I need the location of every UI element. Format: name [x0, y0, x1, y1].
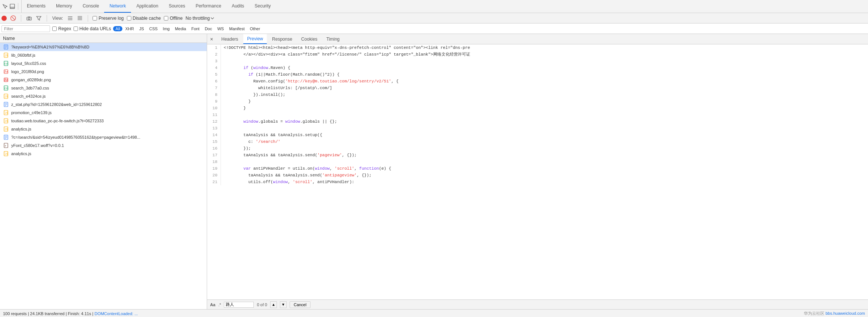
detail-tab-response[interactable]: Response: [268, 34, 296, 44]
js-icon: JS: [3, 151, 9, 157]
code-line: 8 }).install();: [207, 91, 868, 98]
file-name: logo_201f80d.png: [11, 69, 44, 74]
camera-button[interactable]: [26, 15, 32, 22]
tab-network[interactable]: Network: [104, 0, 131, 13]
file-name: yFont_c580e17.woff?v=0.0.1: [11, 143, 64, 148]
tab-sources[interactable]: Sources: [163, 0, 190, 13]
filter-type-doc[interactable]: Doc: [203, 26, 215, 31]
status-summary: 100 requests | 24.1KB transferred | Fini…: [3, 311, 138, 316]
filter-type-all[interactable]: All: [113, 26, 122, 31]
tab-elements[interactable]: Elements: [22, 0, 51, 13]
list-item[interactable]: JSsearch_e4324ce.js: [0, 92, 207, 100]
tab-security[interactable]: Security: [249, 0, 276, 13]
code-table: 1<!DOCTYPE html><html><head><meta http-e…: [207, 44, 868, 185]
view-list-button[interactable]: [67, 15, 74, 22]
site-url[interactable]: bbs.huaweicloud.com: [825, 311, 865, 316]
js-icon: JS: [3, 93, 9, 99]
cancel-button[interactable]: Cancel: [290, 301, 310, 308]
throttle-dropdown[interactable]: No throttling: [185, 16, 214, 21]
chevron-down-icon: [210, 17, 214, 19]
view-grid-button[interactable]: [77, 15, 83, 22]
list-item[interactable]: JSanalytics.js: [0, 125, 207, 133]
dock-icon[interactable]: [9, 3, 16, 10]
search-input[interactable]: [224, 302, 254, 308]
list-item[interactable]: ?c=/search/&sid=54izyeud01498576055162&t…: [0, 133, 207, 141]
hide-data-urls-checkbox[interactable]: [74, 26, 78, 31]
code-line: 7 whitelistUrls: [/pstatp\.com/]: [207, 85, 868, 91]
code-line: 14 taAnalysis && taAnalysis.setup({: [207, 132, 868, 138]
dot-star-label: .*: [218, 302, 221, 307]
detail-tab-timing[interactable]: Timing: [322, 34, 343, 44]
filter-button[interactable]: [35, 15, 42, 22]
cursor-icon[interactable]: [1, 3, 8, 10]
svg-point-23: [5, 79, 6, 79]
file-name: promotion_c49e139.js: [11, 110, 51, 115]
code-line: 18: [207, 158, 868, 165]
regex-checkbox[interactable]: [52, 26, 57, 31]
list-item[interactable]: logo_201f80d.png: [0, 68, 207, 76]
list-item[interactable]: JSlib_060bfbf.js: [0, 51, 207, 59]
list-item[interactable]: CSSlayout_5fcc025.css: [0, 59, 207, 68]
filter-type-xhr[interactable]: XHR: [123, 26, 136, 31]
js-icon: JS: [3, 118, 9, 124]
list-item[interactable]: gongan_d0289dc.png: [0, 76, 207, 84]
filter-type-manifest[interactable]: Manifest: [227, 26, 247, 31]
close-button[interactable]: ×: [209, 36, 215, 42]
code-line: 5 if (1||Math.floor(Math.random()*2)) {: [207, 71, 868, 78]
preserve-log-label[interactable]: Preserve log: [93, 16, 124, 21]
code-line: 20 taAnalysis && taAnalysis.send('antipa…: [207, 172, 868, 179]
code-line: 12 window.globals = window.globals || {}…: [207, 118, 868, 125]
list-item[interactable]: JSpromotion_c49e139.js: [0, 109, 207, 117]
tab-memory[interactable]: Memory: [51, 0, 77, 13]
filter-type-font[interactable]: Font: [189, 26, 202, 31]
offline-checkbox[interactable]: [164, 16, 168, 21]
clear-button[interactable]: 🚫: [10, 15, 16, 22]
code-line: 15 c: '/search/': [207, 138, 868, 145]
preserve-log-checkbox[interactable]: [93, 16, 97, 21]
offline-label[interactable]: Offline: [164, 16, 182, 21]
tab-audits[interactable]: Audits: [227, 0, 249, 13]
tab-performance[interactable]: Performance: [190, 0, 227, 13]
filter-input[interactable]: [1, 25, 50, 32]
code-line: 2 </a></div><div><a class="fitem" href="…: [207, 51, 868, 58]
filter-type-img[interactable]: Img: [160, 26, 172, 31]
filter-type-other[interactable]: Other: [248, 26, 263, 31]
svg-text:JS: JS: [5, 120, 8, 123]
filter-type-ws[interactable]: WS: [215, 26, 226, 31]
filter-type-css[interactable]: CSS: [147, 26, 160, 31]
disable-cache-checkbox[interactable]: [127, 16, 131, 21]
list-item[interactable]: JStoutiao.web.toutiao_pc-pc-fe-switch.js…: [0, 117, 207, 125]
list-item[interactable]: FyFont_c580e17.woff?v=0.0.1: [0, 141, 207, 150]
detail-tab-preview[interactable]: Preview: [243, 34, 267, 44]
filter-type-media[interactable]: Media: [173, 26, 188, 31]
file-name: z_stat.php?id=1259612802&web_id=12596128…: [11, 102, 102, 107]
list-item[interactable]: ?keyword=%E8%A1%97%E6%8B%B%8D: [0, 43, 207, 51]
tab-application[interactable]: Application: [131, 0, 163, 13]
list-item[interactable]: JSanalytics.js: [0, 150, 207, 158]
tab-console[interactable]: Console: [77, 0, 104, 13]
detail-tab-headers[interactable]: Headers: [218, 34, 242, 44]
svg-text:JS: JS: [5, 54, 8, 57]
filter-type-js[interactable]: JS: [137, 26, 146, 31]
svg-text:JS: JS: [5, 128, 8, 131]
devtools-tabs: Elements Memory Console Network Applicat…: [22, 0, 868, 13]
regex-label[interactable]: Regex: [52, 26, 71, 31]
doc-icon: [3, 101, 9, 107]
svg-text:CSS: CSS: [4, 87, 9, 90]
next-result-button[interactable]: ▼: [280, 301, 287, 308]
dom-content-link[interactable]: DOMContentLoaded: ...: [94, 311, 138, 316]
list-item[interactable]: z_stat.php?id=1259612802&web_id=12596128…: [0, 100, 207, 109]
detail-tab-cookies[interactable]: Cookies: [297, 34, 321, 44]
svg-rect-4: [28, 16, 30, 17]
hide-data-urls-label[interactable]: Hide data URLs: [74, 26, 111, 31]
code-line: 21 utils.off(window, 'scroll', antiPVHan…: [207, 179, 868, 185]
record-button[interactable]: [1, 16, 7, 21]
filter-type-buttons: AllXHRJSCSSImgMediaFontDocWSManifestOthe…: [113, 26, 262, 31]
status-bar: 100 requests | 24.1KB transferred | Fini…: [0, 309, 868, 317]
list-item[interactable]: CSSsearch_3db77a0.css: [0, 84, 207, 92]
file-name: analytics.js: [11, 151, 31, 156]
file-name: gongan_d0289dc.png: [11, 78, 51, 82]
disable-cache-label[interactable]: Disable cache: [127, 16, 161, 21]
prev-result-button[interactable]: ▲: [270, 301, 277, 308]
code-view[interactable]: 1<!DOCTYPE html><html><head><meta http-e…: [207, 44, 868, 299]
